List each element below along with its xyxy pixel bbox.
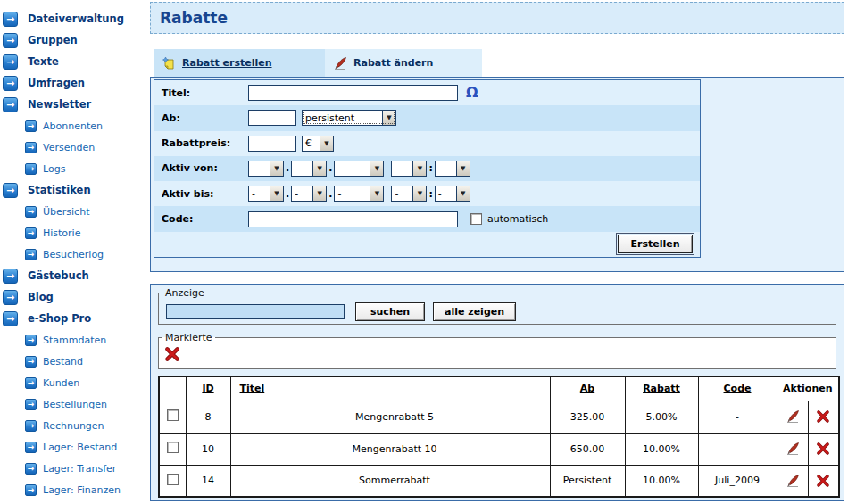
- sort-code-link[interactable]: Code: [724, 383, 752, 394]
- chevron-down-icon: ▼: [412, 161, 426, 176]
- titel-input[interactable]: [248, 85, 458, 101]
- form-row-aktiv-bis: Aktiv bis: - ▼ . - ▼ . - ▼ - ▼ : - ▼: [154, 181, 700, 206]
- tab-rabatt-erstellen[interactable]: Rabatt erstellen: [154, 49, 325, 77]
- delete-x-icon[interactable]: [816, 474, 830, 488]
- delete-selected-icon[interactable]: [164, 346, 180, 362]
- sidebar-item-newsletter[interactable]: → Newsletter: [0, 96, 148, 112]
- sidebar-item-besucherlog[interactable]: → Besucherlog: [0, 246, 148, 262]
- sidebar-item-label: Lager: Finanzen: [43, 484, 121, 496]
- suchen-button[interactable]: suchen: [355, 302, 425, 321]
- sidebar-item-label: Logs: [43, 163, 65, 175]
- tab-label: Rabatt ändern: [353, 57, 433, 69]
- sidebar-item-statistiken[interactable]: → Statistiken: [0, 182, 148, 198]
- aktiv-von-hour-select[interactable]: - ▼: [391, 161, 427, 177]
- row-checkbox[interactable]: [167, 474, 179, 485]
- sidebar-item-bestellungen[interactable]: → Bestellungen: [0, 396, 148, 412]
- anzeige-fieldset: Anzeige suchen alle zeigen: [158, 287, 836, 325]
- ab-input[interactable]: [248, 110, 296, 126]
- aktiv-bis-day-select[interactable]: - ▼: [248, 186, 284, 202]
- arrow-icon: →: [25, 120, 37, 132]
- markierte-fieldset: Markierte: [158, 332, 836, 369]
- aktiv-von-year-select[interactable]: - ▼: [334, 161, 384, 177]
- sidebar-item-abonnenten[interactable]: → Abonnenten: [0, 118, 148, 134]
- cell-edit: [777, 401, 808, 433]
- form-row-submit: Erstellen: [154, 232, 700, 257]
- arrow-icon: →: [25, 249, 37, 260]
- page-header: Rabatte: [150, 2, 844, 34]
- sidebar-item-label: Statistiken: [28, 184, 91, 196]
- row-checkbox[interactable]: [167, 442, 179, 453]
- sidebar-item-eshop-pro[interactable]: → e-Shop Pro: [0, 310, 148, 326]
- aktiv-von-month-select[interactable]: - ▼: [291, 161, 327, 177]
- aktiv-bis-year-select[interactable]: - ▼: [334, 186, 384, 202]
- delete-x-icon[interactable]: [816, 442, 830, 456]
- titel-label: Titel:: [154, 87, 248, 99]
- table-row: 10 Mengenrabatt 10 650.00 10.00% -: [159, 433, 839, 465]
- sort-titel-link[interactable]: Titel: [240, 383, 265, 394]
- sidebar-item-blog[interactable]: → Blog: [0, 289, 148, 305]
- sidebar-item-bestand[interactable]: → Bestand: [0, 353, 148, 369]
- sidebar-item-texte[interactable]: → Texte: [0, 54, 148, 70]
- aktiv-bis-month-select[interactable]: - ▼: [291, 186, 327, 202]
- select-value: -: [292, 188, 312, 200]
- arrow-icon: →: [25, 227, 37, 239]
- code-input[interactable]: [248, 211, 458, 227]
- aktiv-von-minute-select[interactable]: - ▼: [435, 161, 470, 177]
- sidebar-item-dateiverwaltung[interactable]: → Dateiverwaltung: [0, 11, 148, 27]
- sidebar-item-uebersicht[interactable]: → Übersicht: [0, 203, 148, 219]
- arrow-icon: →: [25, 463, 37, 475]
- sidebar-item-gaestebuch[interactable]: → Gästebuch: [0, 268, 148, 284]
- cell-code: Juli_2009: [698, 465, 777, 497]
- column-header-rabatt: Rabatt: [625, 376, 698, 401]
- time-separator: :: [428, 162, 432, 174]
- aktiv-von-day-select[interactable]: - ▼: [248, 161, 284, 177]
- delete-x-icon[interactable]: [816, 409, 830, 424]
- sidebar-item-rechnungen[interactable]: → Rechnungen: [0, 417, 148, 434]
- sidebar-item-lager-transfer[interactable]: → Lager: Transfer: [0, 460, 148, 476]
- cell-id: 8: [186, 401, 230, 433]
- date-separator: .: [286, 162, 289, 174]
- automatisch-checkbox[interactable]: [470, 213, 482, 225]
- create-discount-form: Titel: Ω Ab: persistent ▼ Rabattpreis: €…: [154, 79, 701, 258]
- form-row-aktiv-von: Aktiv von: - ▼ . - ▼ . - ▼ - ▼ : - ▼: [154, 156, 700, 181]
- arrow-icon: →: [25, 420, 37, 432]
- edit-pencil-icon[interactable]: [786, 442, 800, 456]
- arrow-icon: →: [25, 484, 37, 496]
- sort-ab-link[interactable]: Ab: [580, 383, 594, 394]
- chevron-down-icon: ▼: [312, 186, 326, 201]
- rabattpreis-input[interactable]: [248, 136, 296, 152]
- aktiv-bis-minute-select[interactable]: - ▼: [435, 186, 470, 202]
- alle-zeigen-button[interactable]: alle zeigen: [433, 302, 516, 321]
- erstellen-button[interactable]: Erstellen: [618, 235, 693, 253]
- sidebar-item-label: Blog: [28, 291, 54, 303]
- sidebar-item-logs[interactable]: → Logs: [0, 161, 148, 177]
- sidebar-item-lager-bestand[interactable]: → Lager: Bestand: [0, 439, 148, 455]
- currency-select[interactable]: € ▼: [302, 136, 334, 152]
- tab-rabatt-aendern[interactable]: Rabatt ändern: [325, 49, 482, 77]
- sidebar-item-stammdaten[interactable]: → Stammdaten: [0, 332, 148, 348]
- sidebar-item-kunden[interactable]: → Kunden: [0, 375, 148, 391]
- ab-type-select[interactable]: persistent ▼: [302, 110, 396, 126]
- anzeige-search-input[interactable]: [166, 304, 345, 319]
- sidebar-item-historie[interactable]: → Historie: [0, 225, 148, 241]
- edit-pencil-icon[interactable]: [786, 409, 800, 424]
- sort-rabatt-link[interactable]: Rabatt: [643, 383, 680, 394]
- sidebar-item-versenden[interactable]: → Versenden: [0, 139, 148, 155]
- chevron-down-icon: ▼: [456, 161, 470, 176]
- arrow-icon: →: [25, 142, 37, 153]
- aktiv-bis-hour-select[interactable]: - ▼: [391, 186, 427, 202]
- new-note-icon: [162, 56, 176, 70]
- sidebar-item-umfragen[interactable]: → Umfragen: [0, 75, 148, 91]
- cell-code: -: [698, 401, 777, 433]
- sidebar-item-lager-finanzen[interactable]: → Lager: Finanzen: [0, 482, 148, 498]
- sidebar-item-gruppen[interactable]: → Gruppen: [0, 32, 148, 48]
- arrow-icon: →: [25, 399, 37, 410]
- arrow-icon: →: [25, 163, 37, 175]
- sort-id-link[interactable]: ID: [202, 383, 213, 394]
- row-checkbox[interactable]: [167, 409, 179, 421]
- edit-pencil-icon[interactable]: [786, 474, 800, 488]
- special-characters-icon[interactable]: Ω: [466, 86, 478, 100]
- sidebar-item-label: Umfragen: [28, 77, 85, 89]
- arrow-icon: →: [3, 97, 18, 112]
- date-separator: .: [286, 188, 289, 200]
